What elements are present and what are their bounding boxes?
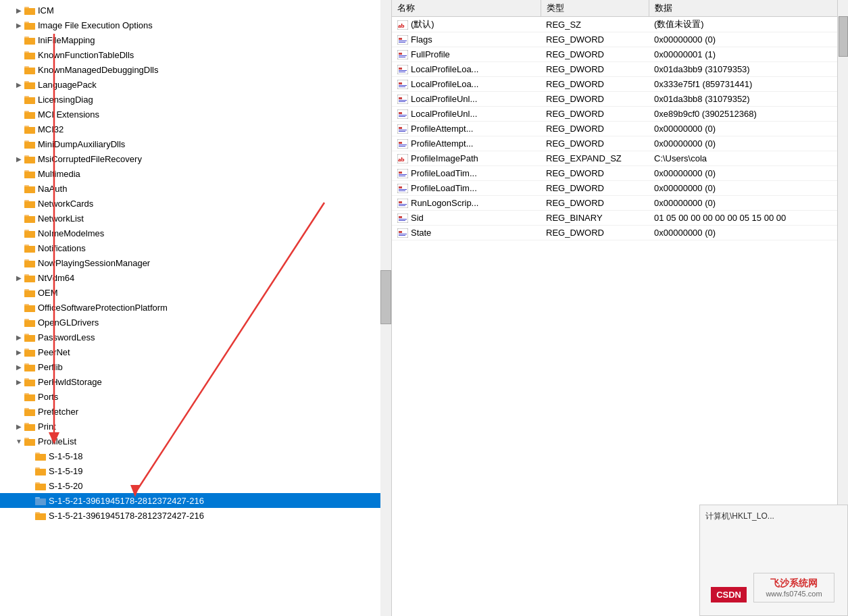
folder-icon xyxy=(35,510,46,521)
tree-item-opengl[interactable]: OpenGLDrivers xyxy=(0,315,391,330)
left-scrollbar[interactable] xyxy=(380,0,391,616)
folder-icon xyxy=(35,465,46,476)
tree-item-label: LanguagePack xyxy=(38,80,97,90)
tree-item-known_func[interactable]: KnownFunctionTableDlls xyxy=(0,47,391,62)
col-name-header: 名称 xyxy=(392,0,541,17)
tree-item-network_cards[interactable]: NetworkCards xyxy=(0,196,391,211)
tree-item-naauth[interactable]: NaAuth xyxy=(0,181,391,196)
reg-name-cell: LocalProfileUnl... xyxy=(392,92,541,107)
table-row[interactable]: FullProfileREG_DWORD0x00000001 (1) xyxy=(392,47,848,62)
tree-item-oem[interactable]: OEM xyxy=(0,285,391,300)
svg-rect-155 xyxy=(399,204,407,205)
tree-item-s_1_5_21_a[interactable]: S-1-5-21-3961945178-2812372427-216 xyxy=(0,493,391,508)
tree-item-password_less[interactable]: PasswordLess xyxy=(0,330,391,344)
table-row[interactable]: RunLogonScrip...REG_DWORD0x00000000 (0) xyxy=(392,196,848,211)
svg-rect-11 xyxy=(24,53,35,59)
folder-icon xyxy=(24,302,35,313)
chevron-icon xyxy=(14,361,24,372)
right-panel: 名称 类型 数据 ab (默认)REG_SZ(数值未设置) FlagsREG_D… xyxy=(392,0,848,616)
tree-item-no_ime[interactable]: NoImeModelmes xyxy=(0,226,391,240)
tree-item-label: NoImeModelmes xyxy=(38,228,104,238)
tree-item-print[interactable]: Print xyxy=(0,419,391,434)
svg-rect-14 xyxy=(24,68,35,74)
tree-item-licensing_diag[interactable]: LicensingDiag xyxy=(0,92,391,107)
svg-rect-140 xyxy=(399,142,402,144)
tree-item-office_soft[interactable]: OfficeSoftwareProtectionPlatform xyxy=(0,300,391,315)
watermark: 飞沙系统网 www.fs0745.com xyxy=(753,573,834,602)
table-row[interactable]: FlagsREG_DWORD0x00000000 (0) xyxy=(392,32,848,47)
svg-rect-29 xyxy=(24,142,35,149)
table-row[interactable]: LocalProfileUnl...REG_DWORD0x01da3bb8 (3… xyxy=(392,92,848,107)
tree-item-notifications[interactable]: Notifications xyxy=(0,240,391,255)
tree-item-known_managed[interactable]: KnownManagedDebuggingDlls xyxy=(0,62,391,77)
table-row[interactable]: ProfileAttempt...REG_DWORD0x00000000 (0) xyxy=(392,122,848,136)
table-row[interactable]: StateREG_DWORD0x00000000 (0) xyxy=(392,226,848,240)
reg-icon: ab xyxy=(397,154,408,163)
table-row[interactable]: ab ProfileImagePathREG_EXPAND_SZC:\Users… xyxy=(392,151,848,166)
tree-item-label: OpenGLDrivers xyxy=(38,317,99,328)
reg-name-text: ProfileAttempt... xyxy=(411,138,473,149)
folder-icon xyxy=(24,124,35,134)
tree-item-inifile[interactable]: IniFileMapping xyxy=(0,32,391,47)
tree-item-label: OEM xyxy=(38,288,58,298)
tree-item-label: Multimedia xyxy=(38,169,80,179)
table-row[interactable]: ab (默认)REG_SZ(数值未设置) xyxy=(392,17,848,32)
reg-type-cell: REG_DWORD xyxy=(541,122,649,136)
reg-icon: ab xyxy=(397,20,408,30)
chevron-icon xyxy=(14,436,24,446)
folder-icon xyxy=(24,406,35,417)
tree-item-multimedia[interactable]: Multimedia xyxy=(0,166,391,181)
reg-icon xyxy=(397,124,408,134)
reg-type-cell: REG_DWORD xyxy=(541,77,649,92)
folder-icon xyxy=(24,34,35,45)
table-row[interactable]: LocalProfileLoa...REG_DWORD0x333e75f1 (8… xyxy=(392,77,848,92)
svg-rect-74 xyxy=(24,365,35,371)
chevron-icon xyxy=(14,20,24,30)
col-data-header: 数据 xyxy=(649,0,848,17)
tree-item-ntvdm[interactable]: NtVdm64 xyxy=(0,270,391,285)
tree-item-ports[interactable]: Ports xyxy=(0,389,391,404)
tree-item-language_pack[interactable]: LanguagePack xyxy=(0,77,391,92)
tree-item-icm[interactable]: ICM xyxy=(0,3,391,18)
svg-rect-32 xyxy=(24,157,35,163)
tree-item-per_hwid[interactable]: PerHwldStorage xyxy=(0,374,391,389)
right-scrollbar-thumb[interactable] xyxy=(839,16,848,57)
tree-item-label: S-1-5-18 xyxy=(49,451,83,461)
tree-item-s_1_5_19[interactable]: S-1-5-19 xyxy=(0,463,391,478)
svg-rect-112 xyxy=(399,38,402,40)
tree-item-now_playing[interactable]: NowPlayingSessionManager xyxy=(0,255,391,270)
reg-type-cell: REG_DWORD xyxy=(541,47,649,62)
tree-item-perflib[interactable]: Perflib xyxy=(0,359,391,374)
tree-item-s_1_5_21_b[interactable]: S-1-5-21-3961945178-2812372427-216 xyxy=(0,508,391,523)
reg-type-cell: REG_DWORD xyxy=(541,92,649,107)
tree-item-label: MiniDumpAuxiliaryDlls xyxy=(38,139,125,149)
table-row[interactable]: ProfileLoadTim...REG_DWORD0x00000000 (0) xyxy=(392,166,848,181)
tree-item-label: MCI32 xyxy=(38,124,64,134)
folder-icon xyxy=(24,346,35,357)
tree-item-s_1_5_20[interactable]: S-1-5-20 xyxy=(0,478,391,493)
tree-item-profile_list[interactable]: ProfileList xyxy=(0,434,391,448)
table-row[interactable]: LocalProfileUnl...REG_DWORD0xe89b9cf0 (3… xyxy=(392,107,848,122)
table-row[interactable]: ProfileAttempt...REG_DWORD0x00000000 (0) xyxy=(392,136,848,151)
tree-item-peer_net[interactable]: PeerNet xyxy=(0,344,391,359)
svg-rect-98 xyxy=(35,484,46,490)
reg-name-text: ProfileAttempt... xyxy=(411,124,473,134)
reg-name-cell: ProfileAttempt... xyxy=(392,122,541,136)
table-row[interactable]: LocalProfileLoa...REG_DWORD0x01da3bb9 (3… xyxy=(392,62,848,77)
reg-name-text: ProfileImagePath xyxy=(411,153,478,163)
table-row[interactable]: SidREG_BINARY01 05 00 00 00 00 00 05 15 … xyxy=(392,211,848,226)
reg-data-cell: 0x00000000 (0) xyxy=(649,196,848,211)
tree-item-image_file[interactable]: Image File Execution Options xyxy=(0,18,391,32)
tree-item-network_list[interactable]: NetworkList xyxy=(0,211,391,226)
tree-item-mci32[interactable]: MCI32 xyxy=(0,122,391,136)
tree-item-prefetcher[interactable]: Prefetcher xyxy=(0,404,391,419)
tree-item-mini_dump[interactable]: MiniDumpAuxiliaryDlls xyxy=(0,136,391,151)
left-scrollbar-thumb[interactable] xyxy=(380,270,391,324)
table-row[interactable]: ProfileLoadTim...REG_DWORD0x00000000 (0) xyxy=(392,181,848,196)
tree-item-mci_extensions[interactable]: MCI Extensions xyxy=(0,107,391,122)
svg-rect-17 xyxy=(24,82,35,89)
tree-item-s_1_5_18[interactable]: S-1-5-18 xyxy=(0,448,391,463)
folder-icon xyxy=(24,242,35,253)
tree-item-msi_corrupted[interactable]: MsiCorruptedFileRecovery xyxy=(0,151,391,166)
reg-icon xyxy=(397,184,408,193)
